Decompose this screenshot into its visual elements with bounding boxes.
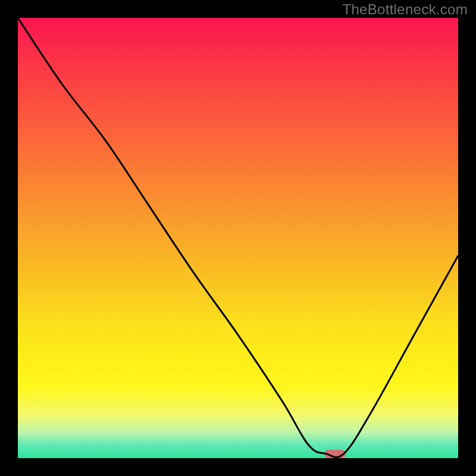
curve-layer <box>18 18 458 458</box>
plot-area <box>18 18 458 458</box>
chart-frame: TheBottleneck.com <box>0 0 476 476</box>
bottleneck-curve <box>18 18 458 458</box>
watermark-text: TheBottleneck.com <box>342 1 468 18</box>
